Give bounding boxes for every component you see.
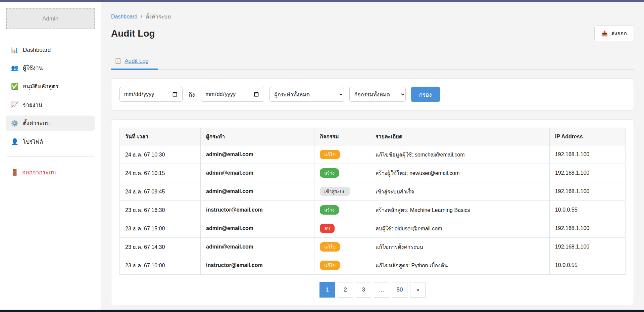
table-row: 24 ธ.ค. 67 09:45 admin@email.com เข้าสู่… [120, 182, 626, 201]
table-row: 24 ธ.ค. 67 10:15 admin@email.com สร้าง ส… [120, 164, 626, 182]
table-row: 23 ธ.ค. 67 14:30 admin@email.com แก้ไข แ… [120, 238, 626, 256]
activity-select[interactable]: กิจกรรมทั้งหมด [349, 87, 406, 102]
sidebar-item-label: ตั้งค่าระบบ [23, 119, 50, 128]
table-row: 23 ธ.ค. 67 16:30 instructor@email.com สร… [120, 201, 626, 219]
cell-ip: 192.168.1.100 [549, 164, 625, 182]
chart-line-icon: 📈 [11, 101, 19, 108]
sidebar-divider [7, 157, 94, 157]
cell-activity: แก้ไข [314, 238, 370, 256]
sidebar-item-label: ผู้ใช้งาน [23, 63, 43, 72]
cell-actor: admin@email.com [201, 164, 314, 182]
cell-activity: เข้าสู่ระบบ [314, 182, 370, 201]
check-icon: ✅ [11, 83, 19, 90]
cell-actor: admin@email.com [201, 182, 314, 201]
main-content: Dashboard / ตั้งค่าระบบ Audit Log 📥 ส่งอ… [101, 2, 644, 310]
filter-button[interactable]: กรอง [411, 87, 440, 102]
tab-audit-log[interactable]: 📋 Audit Log [111, 57, 158, 70]
cell-datetime: 23 ธ.ค. 67 10:00 [120, 256, 201, 275]
table-row: 23 ธ.ค. 67 15:00 admin@email.com ลบ ลบผู… [120, 219, 626, 238]
date-to-input[interactable] [201, 87, 264, 102]
cell-details: แก้ไขข้อมูลผู้ใช้: somchai@email.com [370, 145, 549, 164]
cell-actor: instructor@email.com [201, 256, 314, 275]
pagination: 1 2 3 … 50 » [119, 282, 626, 298]
filter-panel: ถึง ผู้กระทำทั้งหมด กิจกรรมทั้งหมด กรอง [111, 78, 634, 110]
export-button[interactable]: 📥 ส่งออก [594, 26, 634, 41]
cell-datetime: 24 ธ.ค. 67 10:30 [120, 145, 201, 164]
sidebar: Admin 📊 Dashboard 👥 ผู้ใช้งาน ✅ อนุมัติห… [0, 2, 101, 310]
logout-label: ออกจากระบบ [22, 168, 56, 177]
gear-icon: ⚙️ [11, 120, 19, 127]
cell-ip: 192.168.1.100 [549, 182, 625, 201]
cell-ip: 192.168.1.100 [549, 238, 625, 256]
window-bottom-border [0, 310, 644, 312]
sidebar-nav: 📊 Dashboard 👥 ผู้ใช้งาน ✅ อนุมัติหลักสูต… [0, 43, 101, 149]
actor-select[interactable]: ผู้กระทำทั้งหมด [269, 87, 344, 102]
breadcrumb-separator: / [141, 14, 142, 20]
table-header-row: วันที่-เวลา ผู้กระทำ กิจกรรม รายละเอียด … [120, 128, 626, 145]
pagination-page-2[interactable]: 2 [338, 282, 353, 298]
cell-datetime: 24 ธ.ค. 67 09:45 [120, 182, 201, 201]
app-window: Admin 📊 Dashboard 👥 ผู้ใช้งาน ✅ อนุมัติห… [0, 0, 644, 312]
cell-actor: admin@email.com [201, 145, 314, 164]
sidebar-item-dashboard[interactable]: 📊 Dashboard [6, 43, 95, 57]
sidebar-item-label: Dashboard [23, 47, 51, 53]
cell-ip: 192.168.1.100 [549, 145, 625, 164]
sidebar-item-system-settings[interactable]: ⚙️ ตั้งค่าระบบ [6, 116, 95, 131]
sidebar-item-label: รายงาน [23, 100, 42, 109]
tab-bar: 📋 Audit Log [111, 57, 634, 70]
action-badge: ลบ [320, 224, 334, 233]
cell-datetime: 23 ธ.ค. 67 14:30 [120, 238, 201, 256]
breadcrumb-dashboard-link[interactable]: Dashboard [111, 14, 137, 20]
breadcrumb-current: ตั้งค่าระบบ [146, 12, 171, 21]
action-badge: สร้าง [320, 205, 339, 215]
tab-audit-log-label: Audit Log [125, 58, 149, 64]
clipboard-icon: 📋 [114, 57, 121, 64]
audit-log-panel: วันที่-เวลา ผู้กระทำ กิจกรรม รายละเอียด … [111, 119, 634, 305]
header-details: รายละเอียด [370, 128, 549, 145]
cell-ip: 10.0.0.55 [549, 256, 625, 275]
pagination-page-3[interactable]: 3 [356, 282, 371, 298]
cell-details: เข้าสู่ระบบสำเร็จ [370, 182, 549, 201]
admin-logo-label: Admin [42, 15, 58, 22]
cell-details: สร้างผู้ใช้ใหม่: newuser@email.com [370, 164, 549, 182]
cell-actor: admin@email.com [201, 219, 314, 238]
date-range-to-label: ถึง [188, 90, 196, 99]
sidebar-item-profile[interactable]: 👤 โปรไฟล์ [6, 134, 95, 149]
header-ip-address: IP Address [549, 128, 625, 145]
cell-activity: ลบ [314, 219, 370, 238]
header-activity: กิจกรรม [314, 128, 370, 145]
action-badge: แก้ไข [320, 261, 340, 270]
cell-actor: admin@email.com [201, 238, 314, 256]
cell-details: แก้ไขหลักสูตร: Python เบื้องต้น [370, 256, 549, 275]
cell-activity: แก้ไข [314, 145, 370, 164]
pagination-page-1[interactable]: 1 [319, 282, 335, 298]
sidebar-item-label: โปรไฟล์ [23, 137, 43, 146]
sidebar-item-course-approval[interactable]: ✅ อนุมัติหลักสูตร [6, 79, 95, 94]
action-badge: สร้าง [320, 168, 339, 178]
cell-ip: 192.168.1.100 [549, 219, 625, 238]
action-badge: แก้ไข [320, 242, 340, 252]
cell-details: สร้างหลักสูตร: Machine Learning Basics [370, 201, 549, 219]
bar-chart-icon: 📊 [11, 46, 19, 54]
sidebar-item-reports[interactable]: 📈 รายงาน [6, 97, 95, 112]
logout-link[interactable]: 🚪 ออกจากระบบ [6, 166, 95, 179]
cell-datetime: 23 ธ.ค. 67 15:00 [120, 219, 201, 238]
users-icon: 👥 [11, 64, 19, 72]
cell-activity: สร้าง [314, 201, 370, 219]
action-badge: เข้าสู่ระบบ [320, 187, 350, 196]
pagination-ellipsis: … [374, 282, 389, 298]
cell-details: ลบผู้ใช้: olduser@email.com [370, 219, 549, 238]
header-actor: ผู้กระทำ [201, 128, 314, 145]
pagination-next-button[interactable]: » [410, 282, 426, 298]
date-from-input[interactable] [119, 87, 183, 102]
header-datetime: วันที่-เวลา [120, 128, 201, 145]
table-row: 24 ธ.ค. 67 10:30 admin@email.com แก้ไข แ… [120, 145, 626, 164]
admin-logo-placeholder: Admin [6, 8, 95, 29]
cell-datetime: 23 ธ.ค. 67 16:30 [120, 201, 201, 219]
export-button-label: ส่งออก [611, 29, 627, 38]
cell-details: แก้ไขการตั้งค่าระบบ [370, 238, 549, 256]
pagination-page-50[interactable]: 50 [392, 282, 407, 298]
cell-ip: 10.0.0.55 [549, 201, 625, 219]
action-badge: แก้ไข [320, 150, 340, 159]
sidebar-item-users[interactable]: 👥 ผู้ใช้งาน [6, 60, 95, 75]
